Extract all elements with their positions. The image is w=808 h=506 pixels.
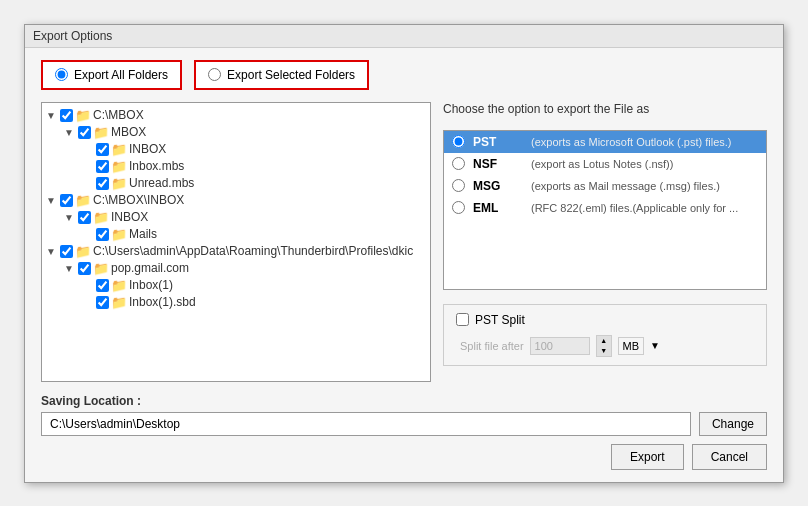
tree-item-label: pop.gmail.com [111,261,189,275]
expand-icon[interactable]: ▼ [46,110,58,121]
tree-row: 📁 Unread.mbs [82,175,426,192]
tree-checkbox[interactable] [96,143,109,156]
saving-label: Saving Location : [41,394,767,408]
saving-path-input[interactable] [41,412,691,436]
export-item-nsf[interactable]: NSF (export as Lotus Notes (.nsf)) [444,153,766,175]
tree-row: 📁 INBOX [82,141,426,158]
tree-checkbox[interactable] [96,177,109,190]
saving-section: Saving Location : Change [41,394,767,436]
unit-dropdown-arrow[interactable]: ▼ [650,340,660,351]
export-item-eml[interactable]: EML (RFC 822(.eml) files.(Applicable onl… [444,197,766,219]
format-desc-eml: (RFC 822(.eml) files.(Applicable only fo… [531,202,738,214]
folder-icon: 📁 [111,176,127,191]
split-after-label: Split file after [460,340,524,352]
folder-icon: 📁 [75,244,91,259]
export-item-msg[interactable]: MSG (exports as Mail message (.msg) file… [444,175,766,197]
split-value-input [530,337,590,355]
tree-checkbox[interactable] [96,296,109,309]
spin-down-button[interactable]: ▼ [597,346,611,356]
tree-checkbox[interactable] [60,194,73,207]
tree-row: ▼ 📁 C:\Users\admin\AppData\Roaming\Thund… [46,243,426,260]
cancel-button[interactable]: Cancel [692,444,767,470]
folder-icon: 📁 [75,108,91,123]
format-radio-pst[interactable] [452,135,465,148]
pst-split-checkbox[interactable] [456,313,469,326]
folder-icon: 📁 [93,261,109,276]
format-radio-eml[interactable] [452,201,465,214]
format-desc-nsf: (export as Lotus Notes (.nsf)) [531,158,673,170]
format-radio-nsf[interactable] [452,157,465,170]
expand-icon[interactable]: ▼ [64,263,76,274]
tree-checkbox[interactable] [78,126,91,139]
tree-item-label: MBOX [111,125,146,139]
tree-checkbox[interactable] [60,109,73,122]
tree-item-label: INBOX [111,210,148,224]
expand-icon [82,178,94,189]
folder-icon: 📁 [111,142,127,157]
tree-item-label: Inbox(1).sbd [129,295,196,309]
format-name-nsf: NSF [473,157,523,171]
split-spinner[interactable]: ▲ ▼ [596,335,612,357]
tree-row: 📁 Mails [82,226,426,243]
expand-icon[interactable]: ▼ [64,212,76,223]
folder-icon: 📁 [111,278,127,293]
export-selected-radio[interactable] [208,68,221,81]
right-header: Choose the option to export the File as [443,102,767,116]
export-selected-label: Export Selected Folders [227,68,355,82]
expand-icon[interactable]: ▼ [64,127,76,138]
format-name-msg: MSG [473,179,523,193]
tree-item-label: Inbox(1) [129,278,173,292]
change-button[interactable]: Change [699,412,767,436]
export-all-option[interactable]: Export All Folders [41,60,182,90]
tree-checkbox[interactable] [96,160,109,173]
folder-icon: 📁 [93,125,109,140]
main-area: ▼ 📁 C:\MBOX ▼ 📁 MBOX [41,102,767,382]
tree-item-label: Inbox.mbs [129,159,184,173]
split-unit-label: MB [618,337,645,355]
tree-checkbox[interactable] [78,211,91,224]
export-all-label: Export All Folders [74,68,168,82]
expand-icon [82,280,94,291]
format-radio-msg[interactable] [452,179,465,192]
folder-icon: 📁 [111,159,127,174]
tree-checkbox[interactable] [96,279,109,292]
folder-icon: 📁 [111,227,127,242]
folder-icon: 📁 [93,210,109,225]
export-dialog: Export Options Export All Folders Export… [24,24,784,483]
folder-icon: 📁 [111,295,127,310]
expand-icon[interactable]: ▼ [46,246,58,257]
pst-split-section: PST Split Split file after ▲ ▼ MB ▼ [443,304,767,366]
expand-icon [82,144,94,155]
tree-checkbox[interactable] [96,228,109,241]
tree-checkbox[interactable] [78,262,91,275]
right-panel: Choose the option to export the File as … [443,102,767,382]
pst-split-header: PST Split [456,313,754,327]
format-desc-msg: (exports as Mail message (.msg) files.) [531,180,720,192]
tree-item-label: Mails [129,227,157,241]
tree-panel[interactable]: ▼ 📁 C:\MBOX ▼ 📁 MBOX [41,102,431,382]
tree-checkbox[interactable] [60,245,73,258]
pst-split-controls: Split file after ▲ ▼ MB ▼ [456,335,754,357]
top-options: Export All Folders Export Selected Folde… [41,60,767,90]
tree-row: 📁 Inbox.mbs [82,158,426,175]
tree-item-label: C:\MBOX [93,108,144,122]
export-all-radio[interactable] [55,68,68,81]
export-button[interactable]: Export [611,444,684,470]
expand-icon [82,297,94,308]
pst-split-label: PST Split [475,313,525,327]
export-format-list[interactable]: PST (exports as Microsoft Outlook (.pst)… [443,130,767,290]
tree-row: ▼ 📁 C:\MBOX\INBOX [46,192,426,209]
format-name-pst: PST [473,135,523,149]
bottom-buttons: Export Cancel [41,444,767,470]
export-selected-option[interactable]: Export Selected Folders [194,60,369,90]
spin-up-button[interactable]: ▲ [597,336,611,346]
expand-icon [82,229,94,240]
title-bar: Export Options [25,25,783,48]
tree-row: ▼ 📁 MBOX [64,124,426,141]
tree-row: ▼ 📁 C:\MBOX [46,107,426,124]
expand-icon [82,161,94,172]
export-item-pst[interactable]: PST (exports as Microsoft Outlook (.pst)… [444,131,766,153]
tree-item-label: C:\Users\admin\AppData\Roaming\Thunderbi… [93,244,413,258]
tree-row: ▼ 📁 pop.gmail.com [64,260,426,277]
expand-icon[interactable]: ▼ [46,195,58,206]
